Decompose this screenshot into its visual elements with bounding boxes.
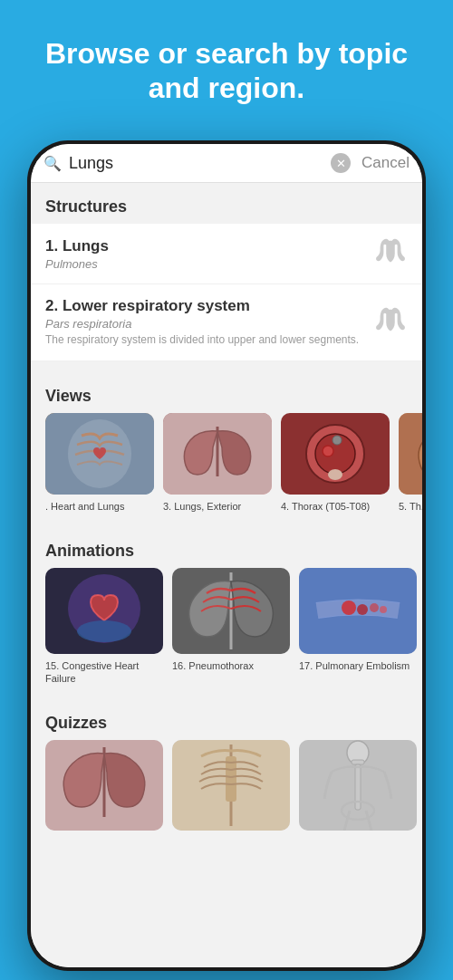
- view-thumbnail-4: [399, 413, 422, 495]
- svg-point-8: [333, 436, 342, 445]
- phone-screen: 🔍 Lungs ✕ Cancel Structures 1. Lungs Pul…: [31, 144, 422, 967]
- quiz-card-2[interactable]: [172, 740, 290, 836]
- quizzes-section-label: Quizzes: [31, 699, 422, 740]
- svg-rect-25: [352, 760, 364, 764]
- view-label-2: 3. Lungs, Exterior: [163, 500, 272, 513]
- quiz-thumbnail-1: [45, 740, 163, 831]
- view-label-4: 5. Th...: [399, 500, 422, 513]
- view-label-1: . Heart and Lungs: [45, 500, 154, 513]
- view-card-4[interactable]: 5. Th...: [399, 413, 422, 513]
- view-card-1[interactable]: . Heart and Lungs: [45, 413, 154, 513]
- quiz-card-3[interactable]: [299, 740, 417, 836]
- list-item[interactable]: 1. Lungs Pulmones: [31, 224, 422, 284]
- page-header: Browse or search by topic and region.: [0, 0, 453, 133]
- view-label-3: 4. Thorax (T05-T08): [281, 500, 390, 513]
- structure-desc-2: The respiratory system is divided into u…: [45, 333, 373, 348]
- anim-thumbnail-1: [45, 568, 163, 654]
- view-card-2[interactable]: 3. Lungs, Exterior: [163, 413, 272, 513]
- search-bar: 🔍 Lungs ✕ Cancel: [31, 144, 422, 183]
- list-item[interactable]: 2. Lower respiratory system Pars respira…: [31, 284, 422, 361]
- anim-label-1: 15. Congestive Heart Failure: [45, 659, 163, 686]
- views-section: Views: [31, 372, 422, 524]
- anim-thumbnail-2: [172, 568, 290, 654]
- quiz-thumbnail-3: [299, 740, 417, 831]
- search-input[interactable]: Lungs: [69, 154, 323, 173]
- anim-label-3: 17. Pulmonary Embolism: [299, 659, 417, 672]
- quizzes-scroll: [31, 740, 422, 847]
- animations-section: Animations: [31, 527, 422, 697]
- page-title: Browse or search by topic and region.: [36, 36, 417, 106]
- search-clear-button[interactable]: ✕: [331, 153, 351, 173]
- views-section-label: Views: [31, 372, 422, 413]
- quiz-thumbnail-2: [172, 740, 290, 831]
- svg-point-7: [323, 446, 333, 456]
- view-card-3[interactable]: 4. Thorax (T05-T08): [281, 413, 390, 513]
- anim-card-3[interactable]: 17. Pulmonary Embolism: [299, 568, 417, 686]
- svg-rect-19: [299, 568, 417, 654]
- phone-frame: 🔍 Lungs ✕ Cancel Structures 1. Lungs Pul…: [27, 140, 426, 971]
- lungs-icon-1: [373, 236, 408, 271]
- svg-rect-26: [355, 764, 361, 810]
- view-thumbnail-3: [281, 413, 390, 495]
- animations-section-label: Animations: [31, 527, 422, 568]
- content-area: Structures 1. Lungs Pulmones 2. Lower re…: [31, 183, 422, 967]
- structure-latin-1: Pulmones: [45, 257, 373, 271]
- anim-card-2[interactable]: 16. Pneumothorax: [172, 568, 290, 686]
- view-thumbnail-1: [45, 413, 154, 495]
- views-scroll[interactable]: . Heart and Lungs: [31, 413, 422, 524]
- svg-rect-22: [226, 756, 236, 802]
- svg-point-12: [77, 620, 131, 642]
- anim-card-1[interactable]: 15. Congestive Heart Failure: [45, 568, 163, 686]
- cancel-button[interactable]: Cancel: [358, 154, 410, 172]
- lungs-icon-2: [373, 305, 408, 340]
- structures-list: 1. Lungs Pulmones 2. Lower respiratory s…: [31, 224, 422, 361]
- quizzes-section: Quizzes: [31, 699, 422, 847]
- anim-thumbnail-3: [299, 568, 417, 654]
- structure-latin-2: Pars respiratoria: [45, 317, 373, 331]
- structure-name-2: 2. Lower respiratory system: [45, 297, 373, 315]
- svg-point-6: [328, 469, 342, 480]
- structure-name-1: 1. Lungs: [45, 237, 373, 255]
- structures-section-label: Structures: [31, 183, 422, 224]
- anim-label-2: 16. Pneumothorax: [172, 659, 290, 672]
- quiz-card-1[interactable]: [45, 740, 163, 836]
- view-thumbnail-2: [163, 413, 272, 495]
- search-icon: 🔍: [43, 155, 62, 172]
- animations-scroll[interactable]: 15. Congestive Heart Failure: [31, 568, 422, 697]
